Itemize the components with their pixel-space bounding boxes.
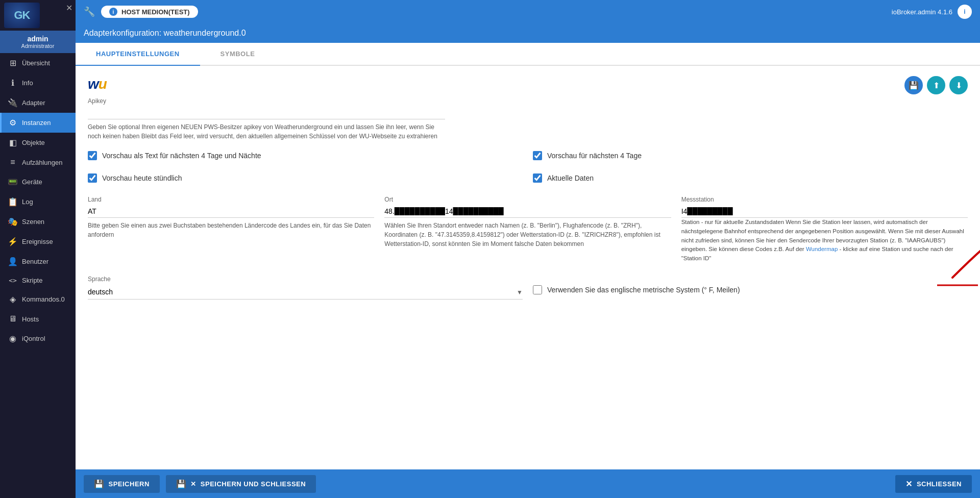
commands-icon: ◈ (8, 294, 18, 304)
sidebar-item-label: Szenen (22, 218, 44, 226)
tab-symbole[interactable]: SYMBOLE (200, 43, 276, 65)
messstation-hint: Station - nur für aktuelle Zustandsdaten… (681, 218, 968, 263)
checkbox-preview-days-label: Vorschau für nächsten 4 Tage (547, 152, 642, 160)
log-icon: 📋 (8, 197, 18, 207)
sidebar-item-scripts[interactable]: <> Skripte (0, 271, 76, 289)
sidebar-item-iqontrol[interactable]: ◉ iQontrol (0, 329, 76, 348)
sidebar-item-enumerations[interactable]: ≡ Aufzählungen (0, 153, 76, 172)
checkbox-actual-data-input[interactable] (533, 173, 542, 183)
save-button[interactable]: 💾 SPEICHERN (84, 475, 160, 493)
save-label: SPEICHERN (109, 480, 150, 488)
sidebar-item-instances[interactable]: ⚙ Instanzen (0, 113, 76, 133)
action-button-1[interactable]: 💾 (904, 76, 923, 94)
land-input[interactable] (88, 205, 374, 218)
sprache-select[interactable]: deutsch english français español (88, 285, 523, 300)
sidebar-item-label: Info (22, 79, 33, 87)
save-close-x-icon: ✕ (190, 480, 197, 488)
apikey-label: Apikey (88, 97, 445, 105)
action-button-3[interactable]: ⬇ (949, 76, 968, 94)
sidebar-item-scenes[interactable]: 🎭 Szenen (0, 212, 76, 232)
host-label: HOST MEDION(TEST) (121, 8, 190, 16)
sidebar-user: admin Administrator (0, 31, 76, 53)
version-label: ioBroker.admin 4.1.6 (892, 8, 952, 16)
sidebar-item-hosts[interactable]: 🖥 Hosts (0, 309, 76, 329)
host-dot: i (109, 8, 117, 16)
sidebar-item-users[interactable]: 👤 Benutzer (0, 252, 76, 271)
checkbox-actual-data: Aktuelle Daten (533, 173, 968, 183)
page-title: Adapterkonfiguration: weatherunderground… (84, 29, 246, 37)
topbar-left: 🔧 i HOST MEDION(TEST) (84, 6, 198, 18)
sidebar-item-label: Geräte (22, 178, 42, 186)
checkbox-english-metric-input[interactable] (533, 285, 542, 294)
save-close-button[interactable]: 💾 ✕ SPEICHERN UND SCHLIESSEN (166, 475, 316, 493)
checkbox-group-1: Vorschau als Text für nächsten 4 Tage un… (88, 151, 968, 165)
sidebar-header: GK ✕ (0, 0, 76, 31)
messstation-input[interactable] (681, 205, 968, 218)
land-hint: Bitte geben Sie einen aus zwei Buchstabe… (88, 221, 374, 239)
sidebar-item-label: iQontrol (22, 335, 45, 342)
sidebar-item-label: Aufzählungen (22, 159, 63, 166)
scripts-icon: <> (8, 277, 18, 284)
tab-haupteinstellungen[interactable]: HAUPTEINSTELLUNGEN (76, 43, 200, 66)
sidebar-item-label: Skripte (22, 277, 42, 284)
page-header: Adapterkonfiguration: weatherunderground… (76, 23, 980, 43)
close-button[interactable]: ✕ SCHLIESSEN (895, 475, 972, 493)
topbar: 🔧 i HOST MEDION(TEST) ioBroker.admin 4.1… (76, 0, 980, 23)
main-content: 🔧 i HOST MEDION(TEST) ioBroker.admin 4.1… (76, 0, 980, 498)
land-field: Land Bitte geben Sie einen aus zwei Buch… (88, 196, 374, 263)
checkbox-preview-text-input[interactable] (88, 151, 97, 160)
sidebar-close-button[interactable]: ✕ (66, 3, 72, 13)
location-fields: Land Bitte geben Sie einen aus zwei Buch… (88, 196, 968, 263)
wrench-icon: 🔧 (84, 6, 95, 17)
sidebar: GK ✕ admin Administrator ⊞ Übersicht ℹ I… (0, 0, 76, 498)
objects-icon: ◧ (8, 138, 18, 147)
sprache-label: Sprache (88, 276, 523, 283)
ort-hint: Wählen Sie Ihren Standort entweder nach … (384, 221, 671, 248)
sidebar-item-label: Kommandos.0 (22, 295, 65, 303)
apikey-hint: Geben Sie optional Ihren eigenen NEUEN P… (88, 122, 445, 141)
wundermap-link[interactable]: Wundermap (806, 246, 838, 252)
instances-icon: ⚙ (8, 118, 18, 128)
sidebar-logo: GK (4, 3, 40, 28)
download-icon: ⬇ (955, 81, 962, 90)
topbar-right: ioBroker.admin 4.1.6 i (892, 5, 972, 19)
info-icon: ℹ (8, 78, 18, 88)
messstation-label: Messstation (681, 196, 968, 203)
close-x-icon: ✕ (905, 479, 913, 489)
sidebar-item-log[interactable]: 📋 Log (0, 192, 76, 212)
action-button-2[interactable]: ⬆ (927, 76, 945, 94)
land-label: Land (88, 196, 374, 203)
sprache-field: Sprache deutsch english français español… (88, 276, 523, 300)
save-close-label: SPEICHERN UND SCHLIESSEN (201, 480, 306, 488)
checkbox-preview-today-input[interactable] (88, 173, 97, 183)
sidebar-item-overview[interactable]: ⊞ Übersicht (0, 53, 76, 73)
messstation-field: Messstation Station - nur für aktuelle Z… (681, 196, 968, 263)
adapter-icon: 🔌 (8, 98, 18, 108)
wu-logo: wu (88, 76, 968, 92)
tabs-bar: HAUPTEINSTELLUNGEN SYMBOLE (76, 43, 980, 66)
events-icon: ⚡ (8, 237, 18, 246)
checkbox-preview-today: Vorschau heute stündlich (88, 173, 523, 183)
action-buttons: 💾 ⬆ ⬇ (904, 76, 968, 94)
sidebar-user-role: Administrator (4, 43, 71, 49)
hosts-icon: 🖥 (8, 314, 18, 323)
sidebar-item-adapter[interactable]: 🔌 Adapter (0, 93, 76, 113)
ort-input[interactable] (384, 205, 671, 218)
sidebar-item-label: Log (22, 198, 33, 206)
upload-icon: ⬆ (933, 81, 940, 90)
sidebar-item-devices[interactable]: 📟 Geräte (0, 172, 76, 192)
sidebar-item-label: Benutzer (22, 258, 48, 265)
grid-icon: ⊞ (8, 58, 18, 68)
checkbox-actual-data-label: Aktuelle Daten (547, 174, 594, 182)
checkbox-preview-days: Vorschau für nächsten 4 Tage (533, 151, 968, 160)
checkbox-preview-days-input[interactable] (533, 151, 542, 160)
sidebar-item-events[interactable]: ⚡ Ereignisse (0, 232, 76, 252)
sidebar-item-commands[interactable]: ◈ Kommandos.0 (0, 289, 76, 309)
iqontrol-icon: ◉ (8, 334, 18, 343)
sidebar-item-label: Übersicht (22, 59, 50, 67)
apikey-input[interactable] (88, 107, 445, 119)
sidebar-item-objects[interactable]: ◧ Objekte (0, 133, 76, 153)
sidebar-item-info[interactable]: ℹ Info (0, 73, 76, 93)
scenes-icon: 🎭 (8, 217, 18, 227)
host-badge[interactable]: i HOST MEDION(TEST) (101, 6, 198, 18)
